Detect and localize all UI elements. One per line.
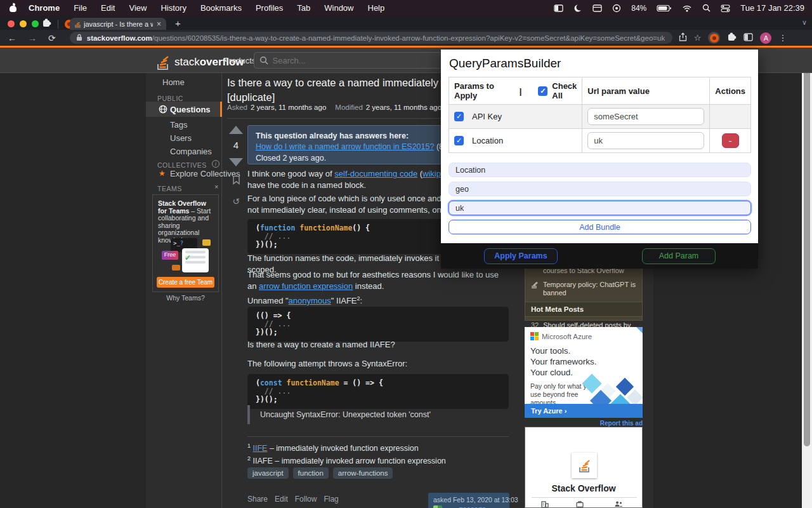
user-avatar[interactable]	[433, 505, 442, 508]
meta-item[interactable]: Temporary policy: ChatGPT is banned	[525, 277, 642, 300]
queryparams-extension-icon[interactable]	[708, 32, 720, 44]
check-all-checkbox[interactable]: ✓	[538, 86, 547, 96]
anonymous-link[interactable]: anonymous	[289, 296, 331, 305]
scrollbar-thumb[interactable]	[804, 54, 810, 446]
code-block-const: (const functionName = () => { // ... })(…	[247, 374, 509, 409]
bundle-key-input[interactable]	[449, 182, 751, 196]
menu-history[interactable]: History	[160, 3, 186, 13]
apikey-value-input[interactable]	[587, 108, 704, 125]
extensions-menu-icon[interactable]	[727, 32, 737, 44]
sidebar-item-users[interactable]: Users	[170, 133, 192, 143]
edit-link[interactable]: Edit	[275, 495, 288, 504]
new-tab-button[interactable]: +	[175, 18, 181, 29]
tag-javascript[interactable]: javascript	[247, 467, 289, 479]
upvote-button[interactable]	[229, 126, 243, 134]
menu-tab[interactable]: Tab	[297, 3, 310, 13]
try-azure-button[interactable]: Try Azure ›	[525, 404, 643, 418]
tab-title: javascript - Is there a way to c	[84, 20, 153, 28]
extensions-puzzle-icon[interactable]	[42, 18, 51, 30]
menu-bookmarks[interactable]: Bookmarks	[200, 3, 242, 13]
address-bar[interactable]: stackoverflow.com/questions/60208535/is-…	[70, 32, 672, 44]
window-icon[interactable]	[593, 4, 602, 12]
ad-headline: Your frameworks.	[530, 356, 643, 367]
add-param-button[interactable]: Add Param	[642, 248, 716, 264]
add-bundle-button[interactable]: Add Bundle	[449, 220, 751, 234]
report-ad-link[interactable]: Report this ad	[525, 420, 643, 427]
tab-search-chevron-icon[interactable]: ∨	[802, 18, 807, 27]
bundle-value-input[interactable]	[449, 201, 751, 215]
back-button[interactable]: ←	[8, 33, 16, 43]
sidebar-item-questions[interactable]: Questions	[146, 102, 222, 117]
share-link[interactable]: Share	[247, 495, 268, 504]
window-controls	[8, 20, 39, 27]
bundle-name-input[interactable]	[449, 163, 751, 177]
sidebar-item-companies[interactable]: Companies	[170, 147, 212, 156]
self-documenting-link[interactable]: self-documenting code	[334, 169, 417, 178]
iife-link[interactable]: IIFE	[253, 444, 268, 453]
menubar-clock[interactable]: Tue 17 Jan 22:39	[740, 3, 804, 13]
profile-avatar[interactable]: A	[760, 32, 771, 44]
menu-help[interactable]: Help	[368, 3, 385, 13]
location-checkbox[interactable]: ✓	[454, 136, 464, 145]
record-icon[interactable]	[612, 4, 621, 13]
globe-icon	[159, 105, 167, 114]
footnote-divider	[247, 436, 509, 437]
location-value-input[interactable]	[587, 132, 704, 149]
menu-edit[interactable]: Edit	[101, 3, 115, 13]
teams-close-icon[interactable]: ×	[214, 183, 218, 190]
reload-button[interactable]: ⟳	[48, 33, 56, 43]
sidebar-item-questions-label: Questions	[170, 105, 211, 114]
menu-file[interactable]: File	[74, 3, 87, 13]
wifi-icon[interactable]	[682, 4, 692, 12]
arrow-function-link[interactable]: arrow function expression	[259, 281, 353, 291]
create-team-button[interactable]: Create a free Team	[157, 277, 214, 288]
display-icon[interactable]	[554, 4, 563, 12]
minimize-window-button[interactable]	[20, 20, 27, 27]
browser-tab[interactable]: javascript - Is there a way to c ×	[70, 18, 166, 30]
zoom-window-button[interactable]	[32, 20, 39, 27]
share-icon[interactable]	[679, 32, 687, 44]
history-icon[interactable]: ↺	[227, 196, 245, 206]
moon-icon[interactable]	[573, 4, 582, 13]
bookmark-star-icon[interactable]: ☆	[694, 33, 702, 43]
browser-toolbar: ← → ⟳ stackoverflow.com/questions/602085…	[0, 30, 812, 46]
tag-arrow-functions[interactable]: arrow-functions	[333, 467, 393, 479]
lock-icon[interactable]	[76, 32, 82, 44]
browser-menu-icon[interactable]: ⋮	[778, 33, 787, 43]
flag-link[interactable]: Flag	[324, 495, 338, 504]
scrollbar-track[interactable]	[802, 48, 812, 508]
apply-params-button[interactable]: Apply Params	[484, 248, 558, 264]
menu-window[interactable]: Window	[324, 3, 353, 13]
why-teams-link[interactable]: Why Teams?	[152, 294, 219, 302]
screen: Chrome File Edit View History Bookmarks …	[0, 0, 812, 508]
macos-menubar: Chrome File Edit View History Bookmarks …	[0, 0, 812, 16]
tag-function[interactable]: function	[293, 467, 329, 479]
side-panel-icon[interactable]	[743, 32, 753, 44]
chat-bubble-orange-icon	[172, 265, 180, 271]
sidebar-item-tags[interactable]: Tags	[170, 120, 187, 130]
apple-menu-icon[interactable]	[9, 4, 17, 12]
products-link[interactable]: Products	[223, 56, 256, 65]
search-icon	[259, 56, 268, 65]
control-center-icon[interactable]	[721, 4, 730, 12]
azure-ad[interactable]: Microsoft Azure Your tools. Your framewo…	[525, 327, 643, 418]
menu-view[interactable]: View	[129, 3, 147, 13]
tab-close-icon[interactable]: ×	[155, 20, 162, 29]
url-domain: stackoverflow.com	[87, 34, 152, 42]
follow-link[interactable]: Follow	[295, 495, 317, 504]
downvote-button[interactable]	[229, 158, 243, 166]
menu-profiles[interactable]: Profiles	[256, 3, 283, 13]
company-card[interactable]: Stack Overflow Advertising Private 500-1…	[525, 427, 643, 508]
close-window-button[interactable]	[8, 20, 15, 27]
apikey-checkbox[interactable]: ✓	[454, 112, 464, 121]
spotlight-icon[interactable]	[702, 4, 710, 12]
menu-chrome[interactable]: Chrome	[29, 3, 60, 13]
forward-button[interactable]: →	[28, 33, 37, 43]
ad-choices-icon[interactable]	[636, 327, 643, 333]
tab-strip: javascript - Is there a way to c × + ∨	[0, 16, 812, 30]
sidebar-item-home[interactable]: Home	[162, 77, 185, 87]
info-icon[interactable]: i	[212, 160, 219, 168]
bookmark-icon[interactable]	[227, 175, 245, 187]
remove-param-button[interactable]: -	[722, 133, 739, 148]
dup-link[interactable]: How do I write a named arrow function in…	[256, 142, 434, 151]
